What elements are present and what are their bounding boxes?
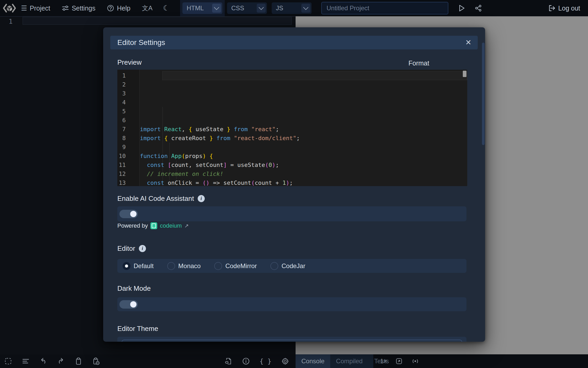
project-name-input[interactable] [321,2,448,14]
project-menu-label: Project [30,4,50,12]
close-icon[interactable]: ✕ [465,39,471,46]
js-select-value: JS [276,4,283,12]
chevron-down-icon[interactable] [257,4,266,13]
ai-assistant-label: Enable AI Code Assistant [117,195,194,203]
line-number: 1 [6,18,13,25]
editor-toolbar: { } [0,354,296,368]
dark-mode-toggle[interactable] [119,300,138,309]
radio-codejar[interactable]: CodeJar [270,262,305,270]
dark-mode-button[interactable]: ☾ [163,4,170,12]
ai-assistant-toggle[interactable] [119,210,138,218]
radio-default[interactable]: Default [123,262,154,270]
paste-icon[interactable] [92,357,100,365]
code-line: // increment on click! [140,170,467,178]
undo-icon[interactable] [39,357,47,365]
console-tabs: Console Compiled Tests [296,354,373,368]
modal-title: Editor Settings [117,38,165,47]
code-line: const onClick = () => setCount(count + 1… [140,178,467,186]
open-in-new-window-icon[interactable] [395,357,403,365]
toggle-knob [130,301,136,308]
radio-circle [123,262,130,270]
radio-circle [270,262,278,270]
editor-settings-modal: Editor Settings ✕ Preview Format 1234567… [103,27,485,342]
zoom-level[interactable]: 1× [380,358,387,365]
info-icon[interactable]: i [139,245,146,252]
help-menu-label: Help [117,4,130,12]
code-scrollbar-thumb[interactable] [463,71,466,77]
code-content: import React, { useState } from "react";… [140,70,467,186]
file-link-icon[interactable] [224,357,232,365]
editor-theme-select[interactable] [122,340,462,342]
css-select[interactable]: CSS [227,2,267,14]
code-current-line-highlight [162,71,467,80]
code-line: import React, { useState } from "react"; [140,125,467,134]
code-line-numbers: 12345678910111213 [117,70,140,186]
radio-monaco[interactable]: Monaco [167,262,201,270]
code-preview[interactable]: 12345678910111213 import React, { useSta… [117,70,467,186]
html-select-value: HTML [187,4,204,12]
format-button[interactable]: Format [408,59,429,67]
info-icon[interactable]: i [198,195,205,202]
help-icon [107,4,114,12]
ai-assistant-row [117,206,466,221]
format-code-icon[interactable] [22,357,30,365]
tab-compiled[interactable]: Compiled [330,354,368,368]
code-line: const [count, setCount] = useState(0); [140,161,467,170]
js-select[interactable]: JS [272,2,312,14]
redo-icon[interactable] [57,357,65,365]
toggle-knob [130,211,136,217]
current-line-highlight [23,17,292,25]
code-line: import { createRoot } from "react-dom/cl… [140,134,467,143]
logout-button[interactable]: Log out [548,4,580,12]
translate-icon: 文A [142,4,153,12]
bottom-toolbar: { } Console Compiled Tests 1× [0,354,588,368]
logout-icon [548,5,555,12]
settings-menu-label: Settings [72,4,95,12]
translate-button[interactable]: 文A [142,4,153,12]
editor-theme-label: Editor Theme [117,325,158,333]
radio-codemirror[interactable]: CodeMirror [214,262,257,270]
moon-icon: ☾ [163,4,170,12]
copy-icon[interactable] [75,357,82,365]
project-menu[interactable]: ☰ Project [21,4,50,12]
console-toolbar: Console Compiled Tests 1× [296,354,588,368]
live-broadcast-icon[interactable] [411,357,419,365]
settings-menu[interactable]: Settings [62,4,95,12]
sliders-icon [62,4,69,12]
code-line: function App(props) { [140,152,467,161]
preview-section-label: Preview [117,58,141,67]
dark-mode-row [117,297,466,311]
share-icon[interactable] [475,4,482,12]
modal-header: Editor Settings ✕ [110,36,478,49]
html-tab: HTML [180,0,225,16]
codeium-logo-icon: ‥ [150,222,157,229]
chevron-down-icon[interactable] [212,4,221,13]
editor-section-label: Editor [117,244,135,253]
top-bar: ☰ Project Settings Help 文A ☾ HTML [0,0,588,16]
run-button[interactable] [458,4,465,12]
tab-console[interactable]: Console [296,354,330,368]
chevron-down-icon[interactable] [301,4,310,13]
braces-icon[interactable]: { } [260,357,271,365]
radio-circle [167,262,175,270]
select-all-icon[interactable] [4,357,12,365]
html-select[interactable]: HTML [182,2,222,14]
dark-mode-label: Dark Mode [117,284,151,293]
help-menu[interactable]: Help [107,4,130,12]
css-tab: CSS [225,0,269,16]
codeium-link[interactable]: codeium [160,222,182,229]
hamburger-icon: ☰ [21,5,27,12]
info-icon[interactable] [242,357,250,365]
gear-icon[interactable] [281,357,289,365]
powered-by-row: Powered by ‥ codeium ↗ [117,222,189,229]
app-logo-icon[interactable] [3,2,16,14]
external-link-arrow-icon: ↗ [184,223,189,229]
code-text: import React, { useState } from "react";… [140,125,467,186]
code-line [140,143,467,152]
css-select-value: CSS [231,4,244,12]
modal-scrollbar-thumb[interactable] [482,43,485,145]
powered-by-label: Powered by [117,222,148,229]
radio-circle [214,262,222,270]
js-tab: JS [269,0,314,16]
logout-label: Log out [558,4,580,12]
